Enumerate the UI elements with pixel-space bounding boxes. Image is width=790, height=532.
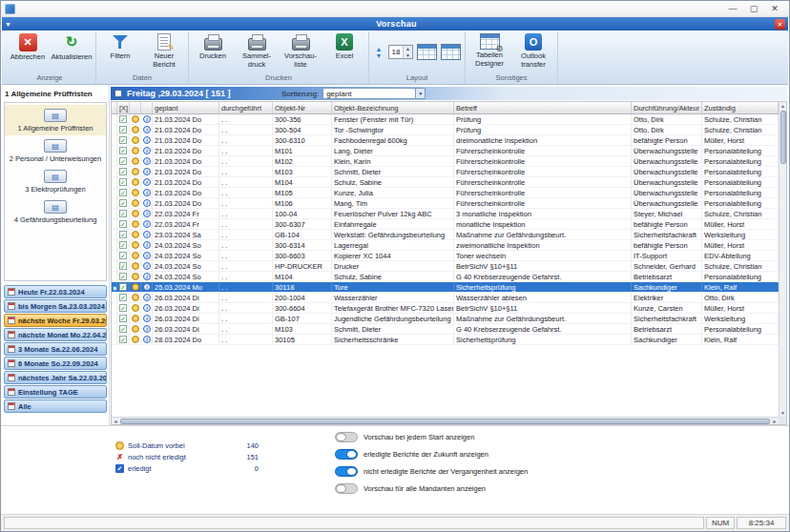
table-row[interactable]: ✓ i 26.03.2024 Di . . GB-107 Jugendliche…	[112, 314, 779, 324]
table-row[interactable]: ✓ i 21.03.2024 Do . . 300-504 Tor -Schwi…	[112, 125, 779, 135]
chevron-down-icon[interactable]: ▼	[5, 21, 18, 28]
scroll-left-icon[interactable]: ◄	[112, 418, 119, 425]
drucken-button[interactable]: Drucken	[191, 31, 235, 61]
tabellen-designer-button[interactable]: Tabellen Designer	[468, 31, 511, 68]
minimize-button[interactable]: —	[722, 2, 743, 16]
scroll-right-icon[interactable]: ►	[771, 418, 779, 425]
column-header[interactable]: Betreff	[454, 102, 632, 113]
close-button[interactable]: ✕	[764, 2, 785, 16]
table-row[interactable]: ✓ i 24.03.2024 So . . HP-DRUCKER Drucker…	[112, 261, 779, 272]
filtern-button[interactable]: Filtern	[98, 31, 142, 61]
date-button[interactable]: nächste Monat Mo.22.04.2024	[4, 328, 107, 341]
row-height-icon[interactable]: ▲▼	[373, 46, 385, 59]
row-checkbox[interactable]: ✓	[119, 315, 127, 322]
date-button[interactable]: Alle	[4, 399, 107, 413]
column-header[interactable]: Durchführung/Akteur	[632, 102, 702, 113]
sammeldruck-button[interactable]: Sammel-druck	[235, 31, 279, 69]
spinner-down-icon[interactable]: ▼	[404, 52, 412, 59]
date-button[interactable]: Heute Fr.22.03.2024	[4, 285, 107, 298]
horizontal-scrollbar[interactable]: ◄ ►	[112, 417, 779, 424]
neuer-bericht-button[interactable]: Neuer Bericht	[142, 31, 186, 69]
column-header[interactable]: Objekt-Nr	[273, 102, 332, 113]
row-checkbox[interactable]: ✓	[119, 283, 127, 291]
column-header[interactable]: Objekt-Bezeichnung	[332, 102, 454, 113]
table-row[interactable]: ✓ i 21.03.2024 Do . . M101 Lang, Dieter …	[112, 146, 779, 156]
toggle-switch[interactable]	[335, 483, 358, 494]
table-row[interactable]: ✓ i 24.03.2024 So . . M104 Schulz, Sabin…	[112, 272, 779, 282]
scroll-down-icon[interactable]: ▼	[780, 409, 787, 417]
column-header[interactable]: geplant	[153, 102, 219, 113]
sort-dropdown[interactable]: geplant ▼	[322, 88, 426, 99]
vertical-scroll-thumb[interactable]	[780, 111, 786, 164]
toggle-switch[interactable]	[335, 449, 358, 460]
row-checkbox[interactable]: ✓	[119, 241, 127, 249]
column-header[interactable]	[141, 102, 153, 113]
row-checkbox[interactable]: ✓	[119, 210, 127, 217]
toggle-switch[interactable]	[335, 466, 358, 477]
table-row[interactable]: ✓ i 26.03.2024 Di . . 200-1004 Wasserzäh…	[112, 293, 779, 303]
select-all-checkbox[interactable]	[114, 90, 122, 97]
row-checkbox[interactable]: ✓	[119, 325, 127, 333]
row-checkbox[interactable]: ✓	[119, 304, 127, 312]
row-checkbox[interactable]: ✓	[119, 136, 127, 144]
table-row[interactable]: ✓ i 23.03.2024 Sa . . GB-104 Werkstatt: …	[112, 230, 779, 240]
category-item[interactable]: ▤ 2 Personal / Unterweisungen	[5, 135, 106, 166]
row-checkbox[interactable]: ✓	[119, 178, 127, 186]
row-checkbox[interactable]: ✓	[119, 294, 127, 301]
table-row[interactable]: ✓ i 24.03.2024 So . . 300-6603 Kopierer …	[112, 251, 779, 261]
date-button[interactable]: bis Morgen Sa.23.03.2024	[4, 299, 107, 313]
row-checkbox[interactable]: ✓	[119, 273, 127, 280]
row-checkbox[interactable]: ✓	[119, 157, 127, 165]
date-button[interactable]: 3 Monate Sa.22.06.2024	[4, 342, 107, 356]
vorschauliste-button[interactable]: Vorschau-liste	[279, 31, 322, 69]
table-row[interactable]: ✓ i 21.03.2024 Do . . M104 Schulz, Sabin…	[112, 177, 779, 188]
row-checkbox[interactable]: ✓	[119, 199, 127, 207]
column-header[interactable]: durchgeführt	[219, 102, 273, 113]
toggle-switch[interactable]	[335, 432, 358, 442]
vertical-scrollbar[interactable]: ▲ ▼	[779, 102, 786, 417]
grid-layout-icon[interactable]	[417, 44, 437, 60]
table-row[interactable]: ✓ i 26.03.2024 Di . . 300-6604 Telefaxge…	[112, 303, 779, 314]
row-checkbox[interactable]: ✓	[119, 262, 127, 270]
row-checkbox[interactable]: ✓	[119, 147, 127, 154]
category-item[interactable]: ▤ 3 Elektroprüfungen	[5, 166, 106, 196]
table-row[interactable]: ✓ i 21.03.2024 Do . . M103 Schmitt, Diet…	[112, 167, 779, 177]
table-row[interactable]: ✓ i 24.03.2024 So . . 300-6314 Lagerrega…	[112, 240, 779, 251]
date-button[interactable]: nächstes Jahr Sa.22.03.2025	[4, 371, 107, 384]
table-row[interactable]: ✓ i 21.03.2024 Do . . M106 Mang, Tim Füh…	[112, 198, 779, 209]
dialog-close-icon[interactable]: ✕	[775, 19, 785, 30]
date-button[interactable]: 6 Monate So.22.09.2024	[4, 357, 107, 370]
table-row[interactable]: ▶ ✓ i 25.03.2024 Mo . . 30118 Tore Siche…	[112, 282, 779, 293]
row-checkbox[interactable]: ✓	[119, 126, 127, 133]
row-checkbox[interactable]: ✓	[119, 168, 127, 175]
list-layout-icon[interactable]	[441, 44, 461, 60]
date-button[interactable]: nächste Woche Fr.29.03.2024	[4, 314, 107, 327]
table-row[interactable]: ✓ i 21.03.2024 Do . . M102 Klein, Karin …	[112, 156, 779, 167]
table-row[interactable]: ✓ i 21.03.2024 Do . . 300-6310 Fachboden…	[112, 135, 779, 146]
excel-button[interactable]: X Excel	[322, 31, 366, 61]
category-item[interactable]: ▤ 4 Gefährdungsbeurteilung	[5, 196, 106, 227]
horizontal-scroll-thumb[interactable]	[120, 419, 770, 424]
table-row[interactable]: ✓ i 28.03.2024 Do . . 30105 Sicherheitss…	[112, 335, 779, 345]
table-row[interactable]: ✓ i 26.03.2024 Di . . M103 Schmitt, Diet…	[112, 324, 779, 335]
table-row[interactable]: ✓ i 22.03.2024 Fr . . 300-6307 Einfahrre…	[112, 219, 779, 230]
row-checkbox[interactable]: ✓	[119, 115, 127, 123]
column-header[interactable]: Zuständig	[702, 102, 779, 113]
zoom-spinner[interactable]: 18 ▲▼	[388, 45, 413, 59]
table-row[interactable]: ✓ i 22.03.2024 Fr . . 100-04 Feuerlösche…	[112, 209, 779, 219]
abbrechen-button[interactable]: ✕ Abbrechen	[6, 31, 50, 62]
row-checkbox[interactable]: ✓	[119, 336, 127, 343]
maximize-button[interactable]: ▢	[743, 2, 764, 16]
scroll-up-icon[interactable]: ▲	[780, 102, 787, 110]
date-button[interactable]: Einstellung TAGE	[4, 385, 107, 399]
category-item[interactable]: ▤ 1 Allgemeine Prüffristen	[5, 105, 106, 135]
table-row[interactable]: ✓ i 21.03.2024 Do . . M105 Kunze, Julia …	[112, 188, 779, 198]
row-checkbox[interactable]: ✓	[119, 189, 127, 196]
column-header[interactable]	[130, 102, 141, 113]
table-row[interactable]: ✓ i 21.03.2024 Do . . 300-356 Fenster (F…	[112, 114, 779, 125]
aktualisieren-button[interactable]: ↻ Aktualisieren	[50, 31, 94, 62]
column-header[interactable]: [X]	[117, 102, 130, 113]
outlook-transfer-button[interactable]: O Outlook transfer	[511, 31, 555, 69]
row-checkbox[interactable]: ✓	[119, 231, 127, 238]
row-checkbox[interactable]: ✓	[119, 220, 127, 228]
